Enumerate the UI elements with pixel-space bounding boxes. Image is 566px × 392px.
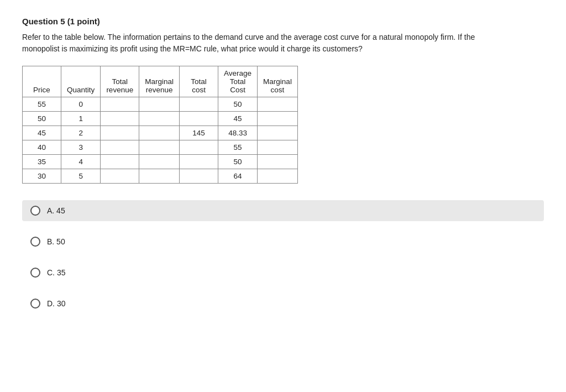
table-row: 35450 bbox=[23, 155, 298, 169]
answer-label-d: D. 30 bbox=[47, 299, 65, 308]
radio-d bbox=[30, 299, 40, 309]
radio-b bbox=[30, 237, 40, 247]
col-header-avg-total-cost: AverageTotalCost bbox=[218, 66, 258, 97]
table-cell bbox=[258, 155, 298, 169]
table-cell bbox=[139, 126, 180, 140]
answer-label-b: B. 50 bbox=[47, 237, 65, 246]
answer-option-d[interactable]: D. 30 bbox=[22, 293, 544, 314]
radio-c bbox=[30, 268, 40, 278]
answer-option-c[interactable]: C. 35 bbox=[22, 262, 544, 283]
table-cell bbox=[139, 140, 180, 155]
table-cell: 0 bbox=[61, 97, 101, 112]
table-cell: 4 bbox=[61, 155, 101, 169]
col-header-total-revenue: Totalrevenue bbox=[101, 66, 139, 97]
table-row: 55050 bbox=[23, 97, 298, 112]
table-cell bbox=[180, 140, 218, 155]
table-cell: 64 bbox=[218, 169, 258, 184]
col-header-marginal-cost: Marginalcost bbox=[258, 66, 298, 97]
answer-label-a: A. 45 bbox=[47, 206, 65, 215]
answer-options: A. 45B. 50C. 35D. 30 bbox=[22, 200, 544, 314]
table-cell: 30 bbox=[23, 169, 61, 184]
table-row: 40355 bbox=[23, 140, 298, 155]
table-cell bbox=[101, 112, 139, 126]
table-cell: 45 bbox=[23, 126, 61, 140]
table-cell bbox=[180, 112, 218, 126]
table-cell bbox=[180, 155, 218, 169]
table-cell bbox=[139, 112, 180, 126]
question-title: Question 5 (1 point) bbox=[22, 17, 544, 26]
table-cell bbox=[258, 112, 298, 126]
answer-option-b[interactable]: B. 50 bbox=[22, 231, 544, 252]
table-cell bbox=[258, 169, 298, 184]
radio-a bbox=[30, 206, 40, 216]
table-cell: 50 bbox=[23, 112, 61, 126]
table-row: 50145 bbox=[23, 112, 298, 126]
table-cell: 55 bbox=[218, 140, 258, 155]
table-cell: 40 bbox=[23, 140, 61, 155]
table-cell bbox=[101, 126, 139, 140]
col-header-marginal-revenue: Marginalrevenue bbox=[139, 66, 180, 97]
col-header-total-cost: Totalcost bbox=[180, 66, 218, 97]
table-cell bbox=[139, 97, 180, 112]
col-header-price: Price bbox=[23, 66, 61, 97]
table-row: 45214548.33 bbox=[23, 126, 298, 140]
table-cell: 50 bbox=[218, 155, 258, 169]
table-cell bbox=[258, 140, 298, 155]
col-header-quantity: Quantity bbox=[61, 66, 101, 97]
table-cell bbox=[101, 140, 139, 155]
table-cell bbox=[101, 97, 139, 112]
answer-option-a[interactable]: A. 45 bbox=[22, 200, 544, 221]
table-cell: 1 bbox=[61, 112, 101, 126]
table-cell: 35 bbox=[23, 155, 61, 169]
table-cell bbox=[101, 169, 139, 184]
table-cell: 2 bbox=[61, 126, 101, 140]
table-cell bbox=[139, 169, 180, 184]
table-cell bbox=[139, 155, 180, 169]
data-table: Price Quantity Totalrevenue Marginalreve… bbox=[22, 66, 298, 184]
table-cell bbox=[180, 97, 218, 112]
table-cell bbox=[101, 155, 139, 169]
table-cell bbox=[180, 169, 218, 184]
table-cell bbox=[258, 126, 298, 140]
table-cell: 48.33 bbox=[218, 126, 258, 140]
table-cell: 3 bbox=[61, 140, 101, 155]
answer-label-c: C. 35 bbox=[47, 268, 65, 277]
table-row: 30564 bbox=[23, 169, 298, 184]
table-cell: 55 bbox=[23, 97, 61, 112]
table-cell: 5 bbox=[61, 169, 101, 184]
table-cell bbox=[258, 97, 298, 112]
table-cell: 45 bbox=[218, 112, 258, 126]
table-cell: 145 bbox=[180, 126, 218, 140]
question-text: Refer to the table below. The informatio… bbox=[22, 32, 475, 55]
table-cell: 50 bbox=[218, 97, 258, 112]
